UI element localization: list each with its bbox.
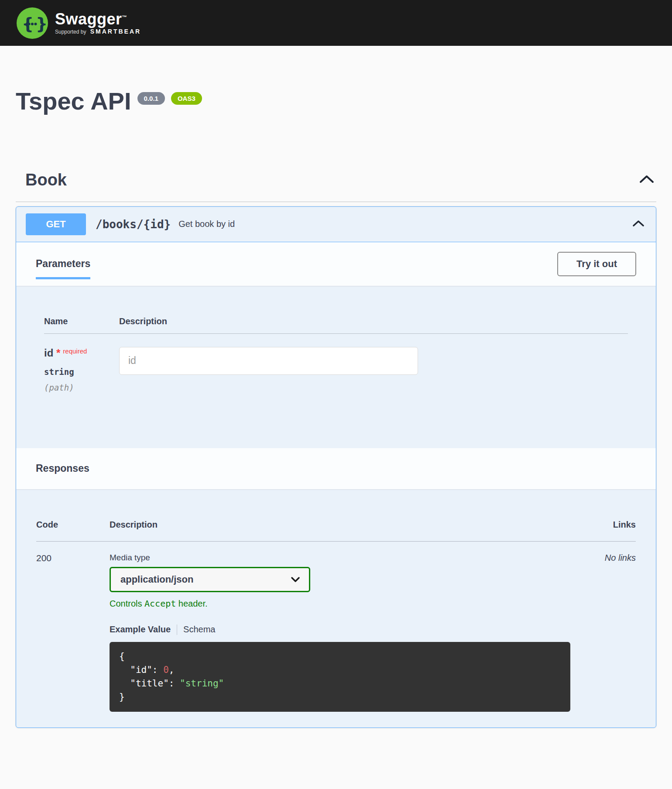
response-links: No links bbox=[570, 553, 636, 712]
column-header-description: Description bbox=[110, 520, 570, 530]
operation-summary: Get book by id bbox=[178, 219, 235, 229]
media-type-selected-value: application/json bbox=[120, 574, 193, 585]
media-type-label: Media type bbox=[110, 553, 570, 563]
parameters-section-header: Parameters Try it out bbox=[16, 242, 656, 286]
responses-section-header: Responses bbox=[16, 448, 656, 489]
page-title: Tspec API bbox=[16, 88, 131, 115]
api-info: Tspec API 0.0.1 OAS3 bbox=[16, 88, 656, 115]
tab-schema[interactable]: Schema bbox=[183, 624, 215, 635]
method-get-button[interactable]: GET bbox=[26, 213, 86, 235]
supported-by: Supported by SMARTBEAR bbox=[55, 28, 141, 35]
tab-parameters: Parameters bbox=[36, 258, 90, 270]
parameter-type: string bbox=[44, 367, 119, 377]
smartbear-wordmark: SMARTBEAR bbox=[90, 28, 141, 35]
parameter-id-input[interactable] bbox=[119, 347, 418, 375]
chevron-down-icon bbox=[291, 576, 300, 583]
column-header-code: Code bbox=[36, 520, 110, 530]
tab-example-value[interactable]: Example Value bbox=[110, 624, 171, 635]
column-header-links: Links bbox=[570, 520, 636, 530]
column-header-description: Description bbox=[119, 316, 628, 326]
parameters-body: Name Description id *required string (pa… bbox=[16, 286, 656, 448]
swagger-ui-main: Tspec API 0.0.1 OAS3 Book GET /books/{id… bbox=[0, 88, 672, 728]
responses-table-header: Code Description Links bbox=[36, 489, 636, 542]
response-code: 200 bbox=[36, 553, 110, 712]
operation-collapse-chevron-up-icon[interactable] bbox=[631, 217, 646, 231]
operation-path[interactable]: /books/{id} bbox=[96, 218, 171, 231]
required-label: required bbox=[63, 347, 87, 355]
model-example-tabs: Example Value Schema bbox=[110, 624, 570, 635]
parameter-row-id: id *required string (path) bbox=[44, 334, 628, 392]
oas3-badge: OAS3 bbox=[171, 92, 202, 105]
required-asterisk: * bbox=[56, 347, 60, 359]
column-header-name: Name bbox=[44, 316, 119, 326]
try-it-out-button[interactable]: Try it out bbox=[557, 252, 636, 276]
tag-header-book[interactable]: Book bbox=[16, 171, 656, 202]
opblock-get-books-id: GET /books/{id} Get book by id Parameter… bbox=[16, 206, 656, 728]
svg-text:}: } bbox=[36, 14, 48, 33]
trademark: ™ bbox=[122, 14, 127, 20]
tag-collapse-chevron-up-icon[interactable] bbox=[639, 174, 655, 186]
parameter-in: (path) bbox=[44, 383, 119, 392]
swagger-brand-link[interactable]: { } Swagger™ Supported by SMARTBEAR bbox=[17, 7, 141, 39]
parameters-table-header: Name Description bbox=[44, 286, 628, 334]
opblock-summary[interactable]: GET /books/{id} Get book by id bbox=[16, 207, 656, 242]
parameter-name: id *required bbox=[44, 347, 119, 359]
media-type-select[interactable]: application/json bbox=[110, 567, 310, 592]
tag-title: Book bbox=[25, 171, 67, 189]
responses-title: Responses bbox=[36, 463, 89, 474]
accept-header-message: Controls Accept header. bbox=[110, 598, 570, 609]
topbar: { } Swagger™ Supported by SMARTBEAR bbox=[0, 0, 672, 46]
tab-separator bbox=[177, 624, 177, 635]
example-code-block: { "id": 0, "title": "string"} bbox=[110, 642, 570, 712]
response-row-200: 200 Media type application/json Controls… bbox=[36, 542, 636, 712]
responses-body: Code Description Links 200 Media type ap… bbox=[16, 489, 656, 727]
version-badge: 0.0.1 bbox=[137, 92, 165, 105]
brand-name: Swagger™ bbox=[55, 11, 141, 27]
swagger-logo-icon: { } bbox=[17, 7, 48, 39]
